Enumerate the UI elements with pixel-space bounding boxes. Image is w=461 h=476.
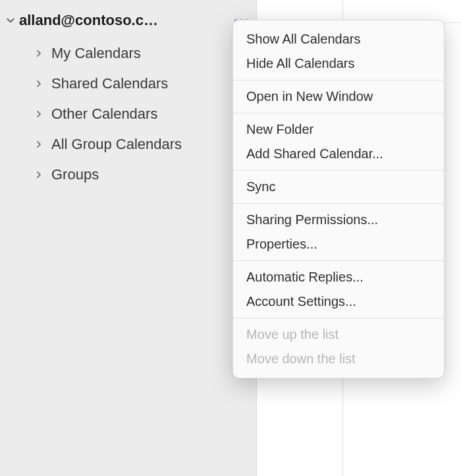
sidebar-item-all-group-calendars[interactable]: All Group Calendars: [34, 129, 256, 160]
menu-hide-all-calendars[interactable]: Hide All Calendars: [237, 51, 440, 76]
chevron-right-icon: [34, 79, 43, 88]
menu-account-settings[interactable]: Account Settings...: [237, 289, 440, 314]
menu-add-shared-calendar[interactable]: Add Shared Calendar...: [237, 142, 440, 166]
menu-separator: [233, 170, 444, 171]
chevron-down-icon: [5, 15, 16, 26]
menu-separator: [233, 318, 444, 318]
menu-separator: [233, 113, 444, 113]
chevron-right-icon: [34, 140, 43, 149]
sidebar-item-other-calendars[interactable]: Other Calendars: [34, 99, 256, 129]
menu-separator: [233, 203, 444, 204]
account-header[interactable]: alland@contoso.c…: [0, 0, 256, 36]
context-menu: Show All Calendars Hide All Calendars Op…: [232, 20, 445, 378]
chevron-right-icon: [34, 49, 43, 58]
folder-label: Shared Calendars: [51, 75, 168, 92]
menu-move-down: Move down the list: [237, 347, 440, 371]
menu-sharing-permissions[interactable]: Sharing Permissions...: [237, 208, 440, 232]
sidebar-item-shared-calendars[interactable]: Shared Calendars: [34, 69, 256, 99]
menu-separator: [233, 260, 444, 261]
menu-show-all-calendars[interactable]: Show All Calendars: [237, 27, 440, 51]
sidebar-item-my-calendars[interactable]: My Calendars: [34, 38, 256, 69]
folder-label: My Calendars: [51, 45, 141, 62]
folder-label: All Group Calendars: [51, 136, 182, 153]
folder-label: Groups: [51, 166, 99, 183]
menu-move-up: Move up the list: [237, 322, 440, 347]
account-label: alland@contoso.c…: [19, 12, 229, 29]
menu-properties[interactable]: Properties...: [237, 232, 440, 256]
menu-open-new-window[interactable]: Open in New Window: [237, 84, 440, 109]
menu-separator: [233, 80, 444, 80]
chevron-right-icon: [34, 170, 43, 179]
menu-new-folder[interactable]: New Folder: [237, 117, 440, 142]
menu-sync[interactable]: Sync: [237, 175, 440, 199]
folder-label: Other Calendars: [51, 105, 157, 123]
sidebar-item-groups[interactable]: Groups: [34, 160, 256, 190]
menu-automatic-replies[interactable]: Automatic Replies...: [237, 265, 440, 289]
sidebar: alland@contoso.c… My Calendars Shared Ca…: [0, 0, 257, 476]
chevron-right-icon: [34, 109, 43, 119]
folder-list: My Calendars Shared Calendars Other Cale…: [0, 36, 256, 190]
